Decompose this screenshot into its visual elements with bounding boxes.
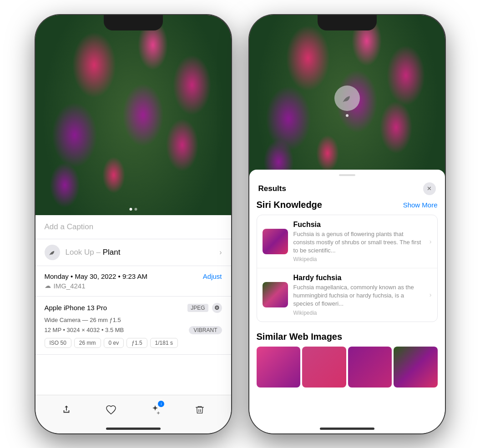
lookup-label: Look Up – Plant: [66, 248, 121, 257]
lookup-icon: [45, 245, 60, 260]
leaf-icon: [48, 248, 57, 257]
exif-ev: 0 ev: [104, 338, 124, 348]
meta-section: Monday • May 30, 2022 • 9:23 AM Adjust ☁…: [35, 266, 231, 297]
share-icon: [61, 405, 71, 415]
favorite-button[interactable]: [103, 402, 119, 418]
jpeg-badge: JPEG: [187, 304, 208, 312]
meta-filename: IMG_4241: [54, 282, 86, 290]
hardy-fuchsia-text: Hardy fuchsia Fuchsia magellanica, commo…: [293, 274, 424, 316]
results-close-button[interactable]: ✕: [423, 182, 436, 195]
lookup-chevron: ›: [219, 248, 222, 257]
results-title: Results: [258, 184, 286, 193]
similar-title: Similar Web Images: [257, 332, 438, 342]
info-badge: i: [158, 401, 164, 407]
fuchsia-chevron-icon: ›: [429, 238, 432, 245]
siri-knowledge-title: Siri Knowledge: [257, 200, 322, 210]
hardy-fuchsia-description: Fuchsia magellanica, commonly known as t…: [293, 283, 424, 308]
delete-button[interactable]: [192, 402, 208, 418]
knowledge-item-fuchsia[interactable]: Fuchsia Fuchsia is a genus of flowering …: [257, 215, 437, 269]
similar-image-1[interactable]: [257, 347, 301, 388]
photo-dot-1: [129, 208, 132, 211]
fuchsia-thumbnail: [263, 229, 288, 254]
left-phone: Add a Caption Look Up – Plant › Monday •…: [35, 15, 231, 433]
results-sheet: Results ✕ Siri Knowledge Show More: [249, 170, 445, 433]
hardy-fuchsia-thumbnail: [263, 282, 288, 307]
photo-area[interactable]: [35, 15, 231, 215]
show-more-button[interactable]: Show More: [403, 201, 438, 209]
lookup-subject: Plant: [101, 248, 120, 257]
cloud-icon: ☁: [45, 282, 51, 289]
exif-iso: ISO 50: [45, 338, 71, 348]
mp-row: 12 MP • 3024 × 4032 • 3.5 MB VIBRANT: [45, 326, 222, 334]
visual-lookup-leaf-icon: [341, 92, 354, 105]
right-photo-area[interactable]: [249, 15, 445, 188]
trash-icon: [195, 405, 205, 415]
fuchsia-name: Fuchsia: [293, 221, 424, 229]
caption-section[interactable]: Add a Caption: [35, 215, 231, 239]
exif-shutter: 1/181 s: [150, 338, 178, 348]
close-label: ✕: [427, 185, 432, 192]
device-section: Apple iPhone 13 Pro JPEG ⚙ Wide Camera —…: [35, 297, 231, 355]
right-phone-screen: Results ✕ Siri Knowledge Show More: [249, 15, 445, 433]
results-header: Results ✕: [249, 176, 445, 200]
fuchsia-thumb-image: [263, 229, 288, 254]
right-phone: Results ✕ Siri Knowledge Show More: [249, 15, 445, 433]
meta-date: Monday • May 30, 2022 • 9:23 AM: [45, 272, 147, 280]
share-button[interactable]: [58, 402, 75, 418]
visual-lookup-dot: [346, 114, 349, 117]
fuchsia-description: Fuchsia is a genus of flowering plants t…: [293, 230, 424, 255]
photo-background: [35, 15, 231, 215]
exif-aperture: ƒ1.5: [126, 338, 147, 348]
lookup-prefix: Look Up –: [66, 248, 101, 257]
mp-details: 12 MP • 3024 × 4032 • 3.5 MB: [45, 327, 124, 333]
home-bar-left: [106, 428, 161, 430]
exif-focal: 26 mm: [74, 338, 101, 348]
device-name: Apple iPhone 13 Pro: [45, 304, 107, 312]
similar-image-3[interactable]: [348, 347, 392, 388]
device-header: Apple iPhone 13 Pro JPEG ⚙: [45, 303, 222, 313]
hardy-fuchsia-name: Hardy fuchsia: [293, 274, 424, 282]
photo-dot-2: [134, 208, 137, 211]
home-bar-right: [320, 428, 374, 430]
vibrant-badge: VIBRANT: [189, 326, 222, 334]
similar-images-row: [257, 347, 438, 388]
knowledge-card: Fuchsia Fuchsia is a genus of flowering …: [257, 215, 438, 322]
hardy-fuchsia-chevron-icon: ›: [429, 291, 432, 298]
gear-badge: ⚙: [212, 303, 222, 313]
hardy-fuchsia-source: Wikipedia: [293, 310, 424, 316]
fuchsia-text: Fuchsia Fuchsia is a genus of flowering …: [293, 221, 424, 263]
heart-icon: [106, 404, 116, 415]
photo-pagination: [129, 208, 137, 211]
camera-details: Wide Camera — 26 mm ƒ1.5: [45, 317, 222, 323]
caption-placeholder[interactable]: Add a Caption: [45, 222, 94, 231]
similar-section: Similar Web Images: [249, 327, 445, 392]
exif-row: ISO 50 26 mm 0 ev ƒ1.5 1/181 s: [45, 338, 222, 348]
visual-lookup-button[interactable]: [334, 86, 360, 111]
meta-date-row: Monday • May 30, 2022 • 9:23 AM Adjust: [45, 272, 222, 280]
lookup-section[interactable]: Look Up – Plant ›: [35, 239, 231, 266]
left-phone-screen: Add a Caption Look Up – Plant › Monday •…: [35, 15, 231, 433]
device-badges: JPEG ⚙: [187, 303, 222, 313]
similar-image-4[interactable]: [394, 347, 438, 388]
meta-filename-row: ☁ IMG_4241: [45, 282, 222, 290]
hardy-fuchsia-thumb-image: [263, 282, 288, 307]
siri-section: Siri Knowledge Show More Fuchsia Fuchsia…: [249, 200, 445, 327]
knowledge-item-hardy-fuchsia[interactable]: Hardy fuchsia Fuchsia magellanica, commo…: [257, 268, 437, 322]
fuchsia-source: Wikipedia: [293, 256, 424, 262]
similar-image-2[interactable]: [302, 347, 346, 388]
info-button[interactable]: i: [147, 402, 163, 418]
siri-header: Siri Knowledge Show More: [257, 200, 438, 210]
adjust-button[interactable]: Adjust: [203, 272, 222, 280]
